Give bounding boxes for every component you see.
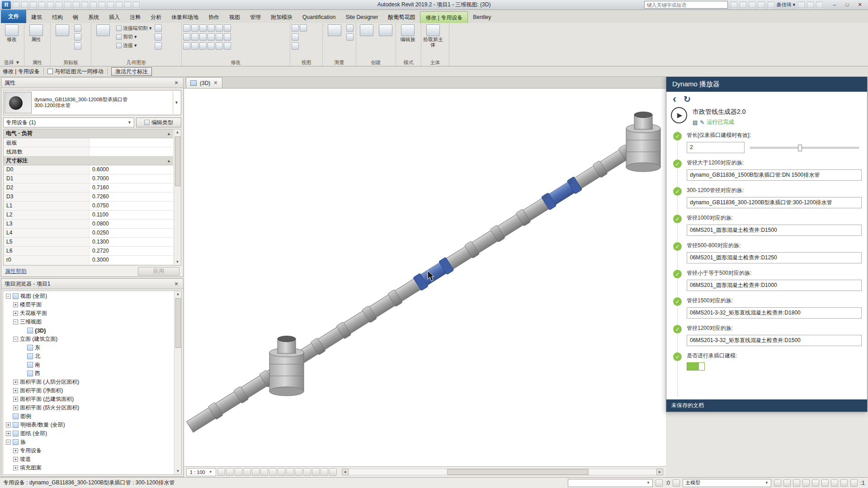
- close-icon[interactable]: ✕: [173, 281, 180, 287]
- print-icon[interactable]: [64, 1, 71, 9]
- render-icon[interactable]: [252, 468, 259, 476]
- tree-expander-icon[interactable]: +: [13, 397, 18, 402]
- refresh-icon[interactable]: ↻: [684, 94, 691, 104]
- parameter-value[interactable]: 0.7160: [90, 183, 173, 192]
- tree-item[interactable]: 南: [4, 361, 174, 369]
- tree-expander-icon[interactable]: −: [13, 337, 18, 342]
- demolish-icon[interactable]: [155, 42, 162, 50]
- element-tag-1[interactable]: 1: [544, 193, 547, 200]
- scrollbar-thumb[interactable]: [175, 136, 180, 186]
- ribbon-tab[interactable]: Quantification: [297, 11, 340, 23]
- redo-icon[interactable]: [55, 1, 63, 9]
- back-icon[interactable]: ‹: [673, 94, 676, 103]
- parameter-value[interactable]: 0.7000: [90, 174, 173, 183]
- tree-expander-icon[interactable]: +: [6, 431, 11, 436]
- offset-icon[interactable]: [183, 33, 190, 41]
- parameter-value[interactable]: 0.7260: [90, 192, 173, 201]
- worksets-icon[interactable]: [774, 479, 781, 487]
- worksharing-display-icon[interactable]: [303, 468, 311, 476]
- parameter-value[interactable]: 0.0800: [90, 220, 173, 228]
- scrollbar-thumb[interactable]: [447, 469, 589, 475]
- property-section-header[interactable]: 尺寸标注▲: [4, 156, 173, 165]
- move-with-nearby-checkbox[interactable]: 与邻近图元一同移动: [47, 68, 104, 75]
- parameter-value[interactable]: 0.3000: [90, 256, 173, 264]
- tree-expander-icon[interactable]: +: [13, 457, 18, 462]
- collapse-icon[interactable]: ▲: [167, 131, 171, 136]
- tree-item[interactable]: +面积平面 (人防分区面积): [4, 378, 174, 386]
- tree-item[interactable]: 西: [4, 369, 174, 378]
- modify-cursor-button[interactable]: 修改: [1, 24, 22, 42]
- cut-icon[interactable]: [74, 24, 81, 32]
- view-scale[interactable]: 1 : 100▼: [186, 468, 216, 476]
- ribbon-tab[interactable]: 视图: [224, 11, 245, 23]
- unpin-icon[interactable]: [224, 24, 231, 32]
- default-3d-view-icon[interactable]: [98, 1, 106, 9]
- view-tab-close-icon[interactable]: ✕: [213, 80, 217, 86]
- ribbon-tab[interactable]: 建筑: [26, 11, 47, 23]
- undo-icon[interactable]: [47, 1, 54, 9]
- manhole-upper[interactable]: [626, 112, 660, 172]
- ribbon-text-button[interactable]: 剪切 ▾: [115, 33, 153, 41]
- detail-level-icon[interactable]: [217, 468, 225, 476]
- ribbon-tab[interactable]: Site Designer: [340, 11, 383, 23]
- tree-item[interactable]: −三维视图: [4, 318, 174, 326]
- tree-item[interactable]: 图例: [4, 412, 174, 421]
- tree-item[interactable]: +坡道: [4, 455, 174, 464]
- isolate-element-icon[interactable]: [292, 42, 299, 50]
- parameter-value[interactable]: 0.0250: [90, 229, 173, 237]
- input-slider[interactable]: [750, 147, 859, 149]
- parameter-value[interactable]: 0.6000: [90, 165, 173, 174]
- section-icon[interactable]: [107, 1, 114, 9]
- type-selector[interactable]: dynamo_GB11836_300-1200B型承插口管 300-1200排水…: [3, 90, 181, 115]
- scroll-down-icon[interactable]: ▼: [174, 259, 181, 265]
- input-value-box[interactable]: 06MS201_圆形混凝土检查井:D1000: [687, 280, 862, 291]
- edit-family-button[interactable]: 编辑族: [397, 24, 418, 42]
- trim-multi-icon[interactable]: [208, 42, 215, 50]
- copy-modify-icon[interactable]: [199, 33, 207, 41]
- scroll-down-icon[interactable]: ▼: [175, 468, 181, 474]
- search-icon[interactable]: [730, 1, 738, 9]
- editable-only-icon[interactable]: [793, 479, 800, 487]
- open-icon[interactable]: [21, 1, 28, 9]
- ribbon-tab[interactable]: 结构: [47, 11, 68, 23]
- spot-elevation-icon[interactable]: [346, 33, 354, 41]
- tree-item[interactable]: +图纸 (全部): [4, 429, 174, 438]
- scroll-up-icon[interactable]: ▲: [175, 291, 181, 297]
- scale-icon[interactable]: [216, 33, 223, 41]
- ribbon-tab[interactable]: Bentley: [468, 11, 496, 23]
- tree-expander-icon[interactable]: −: [6, 294, 11, 299]
- measure-button[interactable]: [324, 24, 345, 36]
- tree-item[interactable]: +填充图案: [4, 464, 174, 472]
- selected-pipe-segment-mid[interactable]: [413, 257, 454, 291]
- search-input[interactable]: [644, 1, 728, 9]
- tree-expander-icon[interactable]: +: [13, 405, 18, 410]
- edit-script-icon[interactable]: ✎: [700, 119, 704, 126]
- text-icon[interactable]: [90, 1, 97, 9]
- ribbon-tab[interactable]: 文件: [1, 10, 26, 23]
- pipe-run[interactable]: [186, 128, 659, 434]
- ribbon-tab[interactable]: 协作: [203, 11, 224, 23]
- tree-expander-icon[interactable]: +: [13, 465, 18, 470]
- drag-on-selection-icon[interactable]: [840, 479, 848, 487]
- dimension-icon[interactable]: [81, 1, 89, 9]
- slider-thumb[interactable]: [798, 145, 802, 151]
- align-icon[interactable]: [183, 24, 190, 32]
- tree-item[interactable]: +专用设备: [4, 446, 174, 455]
- paint-icon[interactable]: [155, 33, 162, 41]
- properties-scrollbar[interactable]: ▲ ▼: [174, 129, 181, 265]
- close-button[interactable]: ✕: [854, 0, 866, 9]
- options-icon[interactable]: [816, 1, 823, 9]
- tree-item[interactable]: 东: [4, 343, 174, 352]
- help-icon[interactable]: [807, 1, 814, 9]
- input-value-box[interactable]: 06MS201-3-32_矩形直线混凝土检查井:D1500: [687, 335, 862, 346]
- lock-view-icon[interactable]: [278, 468, 285, 476]
- thin-lines-icon[interactable]: [115, 1, 123, 9]
- activate-dimensions-button[interactable]: 激活尺寸标注: [111, 67, 152, 76]
- 3d-model-view[interactable]: 12: [184, 89, 666, 466]
- tree-item[interactable]: +面积平面 (总建筑面积): [4, 395, 174, 404]
- maximize-button[interactable]: □: [841, 0, 854, 9]
- input-value-box[interactable]: 06MS201_圆形混凝土检查井:D1250: [687, 252, 862, 263]
- design-options-icon[interactable]: [783, 479, 791, 487]
- mirror-pick-icon[interactable]: [191, 24, 198, 32]
- tree-expander-icon[interactable]: +: [13, 448, 18, 453]
